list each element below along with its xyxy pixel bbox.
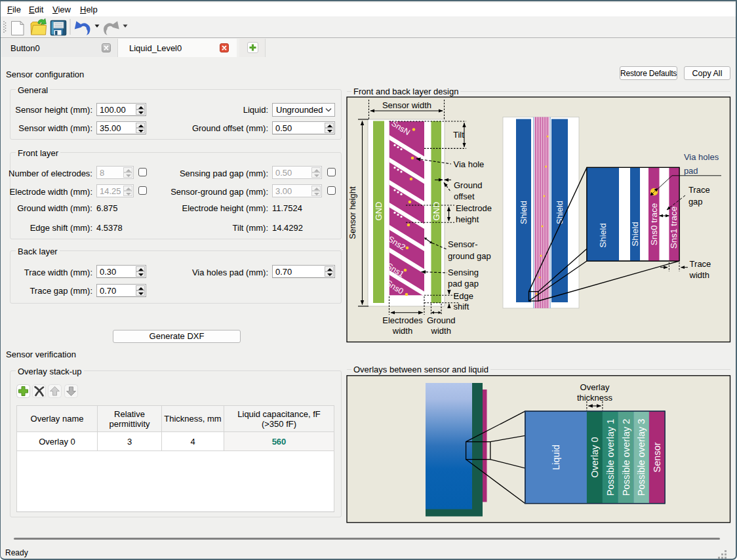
svg-text:Tilt: Tilt xyxy=(453,130,464,140)
svg-text:Shield: Shield xyxy=(630,222,640,247)
svg-text:Sensing: Sensing xyxy=(448,268,479,277)
svg-text:width: width xyxy=(392,326,412,336)
svg-text:gap: gap xyxy=(688,197,703,207)
svg-text:Via hole: Via hole xyxy=(454,159,485,169)
svg-text:ground gap: ground gap xyxy=(448,251,491,261)
svg-text:offset: offset xyxy=(454,191,475,201)
svg-text:Sensor: Sensor xyxy=(652,442,662,472)
svg-text:Liquid: Liquid xyxy=(551,445,561,470)
svg-text:Trace: Trace xyxy=(688,185,710,195)
svg-text:Overlay: Overlay xyxy=(580,382,610,392)
svg-text:shift: shift xyxy=(454,302,469,311)
svg-text:Sns0 trace: Sns0 trace xyxy=(649,203,659,246)
svg-text:GND: GND xyxy=(431,202,441,221)
svg-text:Possible overlay 3: Possible overlay 3 xyxy=(636,419,647,496)
svg-text:Trace: Trace xyxy=(690,259,711,269)
svg-text:height: height xyxy=(456,214,479,224)
svg-text:Sensor width: Sensor width xyxy=(382,100,431,110)
svg-text:Edge: Edge xyxy=(454,291,473,301)
svg-text:Possible overlay 1: Possible overlay 1 xyxy=(605,419,616,496)
svg-text:Sns1 trace: Sns1 trace xyxy=(669,207,679,249)
svg-text:width: width xyxy=(689,270,709,280)
svg-text:Ground: Ground xyxy=(454,180,482,190)
svg-text:thickness: thickness xyxy=(577,393,613,403)
svg-text:pad gap: pad gap xyxy=(448,279,479,289)
svg-text:GND: GND xyxy=(374,202,384,221)
svg-text:width: width xyxy=(431,326,451,336)
svg-text:Electrodes: Electrodes xyxy=(382,315,423,325)
svg-text:pad: pad xyxy=(684,166,698,176)
svg-text:Ground: Ground xyxy=(427,315,455,325)
svg-text:Sensor-: Sensor- xyxy=(448,239,478,249)
svg-text:Overlay 0: Overlay 0 xyxy=(589,437,600,477)
svg-text:Possible overlay 2: Possible overlay 2 xyxy=(621,419,631,496)
svg-text:Electrode: Electrode xyxy=(456,203,492,213)
svg-text:Via holes: Via holes xyxy=(684,152,719,162)
svg-text:Shield: Shield xyxy=(519,201,528,224)
svg-text:Shield: Shield xyxy=(598,223,608,248)
svg-text:Sensor height: Sensor height xyxy=(348,186,357,239)
svg-text:Shield: Shield xyxy=(555,201,565,224)
